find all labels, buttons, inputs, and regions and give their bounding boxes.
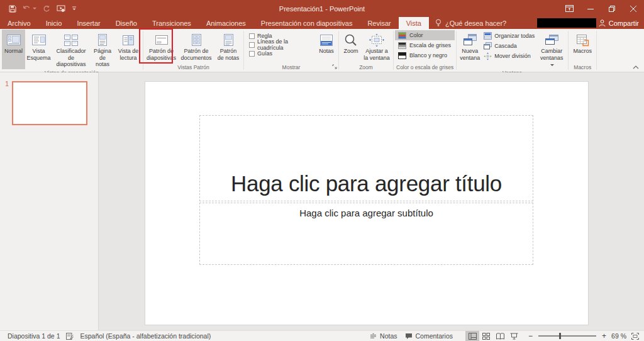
black-white-icon xyxy=(398,52,406,59)
button-label: Macros xyxy=(573,48,592,55)
notes-master-button[interactable]: Patrón de notas xyxy=(214,30,242,64)
zoom-slider-handle[interactable] xyxy=(559,333,561,339)
ribbon-display-options-icon[interactable] xyxy=(558,0,580,17)
view-reading-button[interactable] xyxy=(493,331,507,341)
button-label: Mover división xyxy=(494,53,531,59)
view-normal-button[interactable] xyxy=(465,331,479,341)
tab-archivo[interactable]: Archivo xyxy=(0,17,38,29)
button-label: Color xyxy=(409,32,423,38)
button-label: Notas xyxy=(319,48,334,55)
group-body: Regla Líneas de la cuadrícula Guías Nota… xyxy=(244,29,338,64)
tab-transiciones[interactable]: Transiciones xyxy=(145,17,199,29)
notes-icon xyxy=(319,32,333,48)
redo-icon[interactable] xyxy=(43,5,50,13)
slide-master-button[interactable]: Patrón de diapositivas xyxy=(145,30,178,64)
comments-toggle-label: Comentarios xyxy=(416,332,453,340)
gridlines-checkbox[interactable]: Líneas de la cuadrícula xyxy=(249,41,313,48)
tab-animaciones[interactable]: Animaciones xyxy=(199,17,253,29)
button-label: Patrón de documentos xyxy=(180,48,213,61)
lightbulb-icon xyxy=(435,19,441,27)
color-mode-button[interactable]: Color xyxy=(395,30,455,40)
reading-view-button[interactable]: Vista de lectura xyxy=(115,30,142,69)
handout-master-icon xyxy=(191,32,202,48)
share-button[interactable]: Compartir xyxy=(599,17,639,29)
slide-workspace: Haga clic para agregar título Haga clic … xyxy=(99,72,644,330)
outline-view-icon xyxy=(31,32,47,48)
handout-master-button[interactable]: Patrón de documentos xyxy=(178,30,214,64)
switch-windows-button[interactable]: Cambiar ventanas xyxy=(536,30,567,69)
button-label: Blanco y negro xyxy=(409,52,447,59)
tab-vista[interactable]: Vista xyxy=(399,17,429,29)
view-slide-sorter-button[interactable] xyxy=(479,331,493,341)
grayscale-icon xyxy=(398,42,406,49)
move-split-button[interactable]: Mover división xyxy=(482,51,536,61)
group-body: Patrón de diapositivas Patrón de documen… xyxy=(143,29,243,64)
notes-page-button[interactable]: Página de notas xyxy=(90,30,115,69)
switch-windows-icon xyxy=(545,32,559,48)
dialog-launcher-icon[interactable] xyxy=(332,64,337,69)
ribbon-vista: Normal Vista Esquema Clasificador de dia… xyxy=(0,29,644,72)
button-label: Zoom xyxy=(343,48,358,55)
notes-master-icon xyxy=(223,32,234,48)
arrange-all-button[interactable]: Organizar todas xyxy=(482,31,536,41)
undo-icon[interactable] xyxy=(23,5,36,12)
color-mode-icon xyxy=(398,32,406,39)
comments-toggle[interactable]: Comentarios xyxy=(401,332,457,340)
button-label: Clasificador de diapositivas xyxy=(54,48,88,68)
zoom-slider[interactable] xyxy=(538,335,596,337)
ribbon-group-presentation-views: Normal Vista Esquema Clasificador de dia… xyxy=(1,29,143,72)
outline-view-button[interactable]: Vista Esquema xyxy=(25,30,52,69)
language-indicator[interactable]: Español (España - alfabetización tradici… xyxy=(76,331,214,341)
button-label: Cascada xyxy=(494,43,517,49)
checkbox-label: Guías xyxy=(257,50,272,57)
subtitle-placeholder[interactable]: Haga clic para agregar subtítulo xyxy=(199,203,533,265)
minimize-icon[interactable] xyxy=(580,0,601,17)
fit-slide-button[interactable] xyxy=(631,333,640,340)
new-window-button[interactable]: Nueva ventana xyxy=(458,30,482,69)
cascade-button[interactable]: Cascada xyxy=(482,41,536,51)
save-icon[interactable] xyxy=(9,5,16,13)
zoom-out-button[interactable]: − xyxy=(527,333,534,339)
grayscale-button[interactable]: Escala de grises xyxy=(395,40,455,50)
notes-toggle[interactable]: Notas xyxy=(366,332,401,340)
slide-indicator[interactable]: Diapositiva 1 de 1 xyxy=(4,331,64,341)
spell-check-button[interactable] xyxy=(64,331,76,341)
tell-me-box[interactable]: ¿Qué desea hacer? xyxy=(429,17,513,29)
ribbon-group-zoom: Zoom Ajustar a la ventana Zoom xyxy=(339,29,393,72)
slide-thumbnail-1[interactable] xyxy=(12,81,87,125)
group-label-color-grayscale: Color o escala de grises xyxy=(394,64,456,72)
customize-qat-icon[interactable] xyxy=(72,6,77,11)
zoom-button[interactable]: Zoom xyxy=(340,30,362,64)
group-separator xyxy=(596,31,597,70)
group-label-master-views: Vistas Patrón xyxy=(143,64,243,72)
normal-view-button[interactable]: Normal xyxy=(2,30,25,69)
notes-button[interactable]: Notas xyxy=(316,30,337,64)
fit-to-window-button[interactable]: Ajustar a la ventana xyxy=(362,30,392,64)
view-slideshow-button[interactable] xyxy=(507,331,521,341)
slide-thumbnail-panel: 1 xyxy=(0,72,99,330)
tab-inicio[interactable]: Inicio xyxy=(38,17,70,29)
checkbox-icon xyxy=(249,33,255,39)
start-slideshow-icon[interactable] xyxy=(57,5,65,13)
comments-icon xyxy=(405,333,413,340)
restore-icon[interactable] xyxy=(601,0,623,17)
guides-checkbox[interactable]: Guías xyxy=(249,50,313,57)
zoom-level[interactable]: 69 % xyxy=(608,332,631,340)
undo-dropdown-icon[interactable] xyxy=(33,8,36,9)
tab-revisar[interactable]: Revisar xyxy=(360,17,398,29)
button-label: Normal xyxy=(4,48,23,55)
tab-insertar[interactable]: Insertar xyxy=(69,17,108,29)
zoom-in-button[interactable]: + xyxy=(601,333,608,339)
button-label: Patrón de notas xyxy=(216,48,240,61)
black-white-button[interactable]: Blanco y negro xyxy=(395,50,455,60)
slide-sorter-button[interactable]: Clasificador de diapositivas xyxy=(52,30,90,69)
collapse-ribbon-icon[interactable] xyxy=(633,65,639,69)
slide-canvas[interactable]: Haga clic para agregar título Haga clic … xyxy=(145,82,588,325)
ribbon-group-master-views: Patrón de diapositivas Patrón de documen… xyxy=(143,29,243,72)
close-icon[interactable] xyxy=(623,0,644,17)
tab-diseno[interactable]: Diseño xyxy=(108,17,145,29)
title-placeholder[interactable]: Haga clic para agregar título xyxy=(199,115,533,201)
tab-presentacion-con-diapositivas[interactable]: Presentación con diapositivas xyxy=(253,17,360,29)
group-label-macros: Macros xyxy=(569,64,596,72)
macros-button[interactable]: Macros xyxy=(570,30,595,64)
